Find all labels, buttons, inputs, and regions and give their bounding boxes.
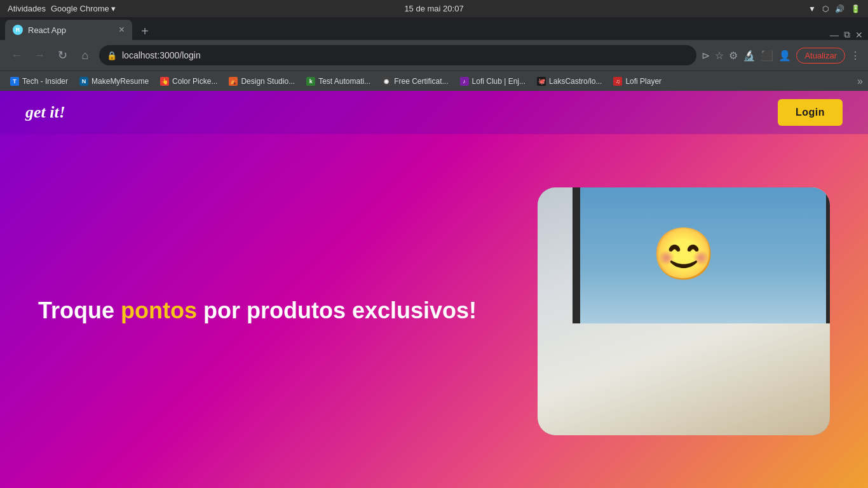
hero-text: Troque pontos por produtos exclusivos! [38,296,538,326]
chrome-label: Google Chrome ▾ [51,4,116,13]
new-tab-button[interactable]: + [136,22,154,40]
bookmark-favicon: k [306,77,315,86]
bookmark-icon[interactable]: ☆ [715,50,724,62]
tab-close-button[interactable]: × [119,25,125,35]
hero-highlight: pontos [121,297,197,323]
bookmark-design-studio[interactable]: ⛺ Design Studio... [224,75,300,88]
login-button[interactable]: Login [778,99,843,126]
lock-icon: 🔒 [107,51,117,60]
app-content: get it! Login Troque pontos por produtos… [0,91,868,488]
bookmarks-more-button[interactable]: » [857,76,863,87]
bookmark-favicon: ♫ [613,77,622,86]
update-button[interactable]: Atualizar [796,48,845,64]
bookmark-favicon: N [79,77,88,86]
app-navbar: get it! Login [0,91,868,134]
wifi-icon: ▼ [808,4,816,13]
window-controls: — ⧉ ✕ [830,29,863,40]
hero-section: Troque pontos por produtos exclusivos! [0,134,868,488]
address-bar-right: ⊳ ☆ ⚙ 🔬 ⬛ 👤 Atualizar ⋮ [702,48,860,64]
url-bar[interactable]: 🔒 localhost:3000/login [99,45,696,65]
tab-bar: R React App × + — ⧉ ✕ [0,17,868,40]
tab-title: React App [28,25,114,35]
bookmark-favicon: T [10,77,19,86]
bookmark-free-certificates[interactable]: ◉ Free Certificat... [377,75,453,88]
bookmark-tech-insider[interactable]: T Tech - Insider [5,75,73,88]
bookmark-lofi-player[interactable]: ♫ Lofi Player [608,75,667,88]
home-button[interactable]: ⌂ [76,49,94,62]
reload-button[interactable]: ↻ [53,48,71,62]
forward-button[interactable]: → [31,49,48,62]
chrome-window: R React App × + — ⧉ ✕ ← → ↻ ⌂ 🔒 localhos… [0,17,868,488]
bookmark-favicon: ◉ [382,77,391,86]
activities-label[interactable]: Atividades [8,4,46,13]
active-tab[interactable]: R React App × [5,20,132,40]
hero-heading: Troque pontos por produtos exclusivos! [38,296,538,326]
os-topbar: Atividades Google Chrome ▾ 15 de mai 20:… [0,0,868,17]
extensions-icon[interactable]: ⚙ [729,50,738,62]
app-logo: get it! [25,103,65,122]
bookmark-test-automation[interactable]: k Test Automati... [301,75,376,88]
tab-favicon: R [13,25,23,35]
cast-icon[interactable]: ⊳ [702,50,710,62]
volume-icon: 🔊 [835,4,844,13]
bookmark-favicon: 🐙 [537,77,546,86]
bluetooth-icon: ⬡ [822,4,829,13]
window-minimize-button[interactable]: — [830,30,839,40]
bookmark-lakscastro[interactable]: 🐙 LaksCastro/lo... [532,75,607,88]
hero-image [538,187,830,435]
os-topbar-right: ▼ ⬡ 🔊 🔋 [808,4,860,13]
datetime: 15 de mai 20:07 [404,4,463,13]
sidebar-icon[interactable]: ⬛ [761,50,773,62]
url-text[interactable]: localhost:3000/login [122,50,689,60]
os-topbar-left: Atividades Google Chrome ▾ [8,4,116,13]
hero-text-part2: por produtos exclusivos! [197,297,477,323]
bookmark-color-picker[interactable]: 👆 Color Picke... [155,75,222,88]
hero-image-container [538,187,830,435]
address-bar: ← → ↻ ⌂ 🔒 localhost:3000/login ⊳ ☆ ⚙ 🔬 ⬛… [0,40,868,71]
window-close-button[interactable]: ✕ [855,30,863,40]
back-button[interactable]: ← [8,49,25,62]
window-restore-button[interactable]: ⧉ [844,29,850,40]
hero-text-part1: Troque [38,297,121,323]
bookmark-favicon: 👆 [160,77,169,86]
bookmark-makemyresume[interactable]: N MakeMyResume [74,75,154,88]
chrome-labs-icon[interactable]: 🔬 [743,50,756,62]
bookmark-lofi-club[interactable]: ♪ Lofi Club | Enj... [455,75,531,88]
battery-icon: 🔋 [851,4,860,13]
bookmark-favicon: ♪ [460,77,469,86]
bookmark-favicon: ⛺ [229,77,238,86]
bookmarks-bar: T Tech - Insider N MakeMyResume 👆 Color … [0,71,868,91]
chrome-menu-button[interactable]: ⋮ [850,50,860,62]
profile-avatar[interactable]: 👤 [778,50,791,62]
